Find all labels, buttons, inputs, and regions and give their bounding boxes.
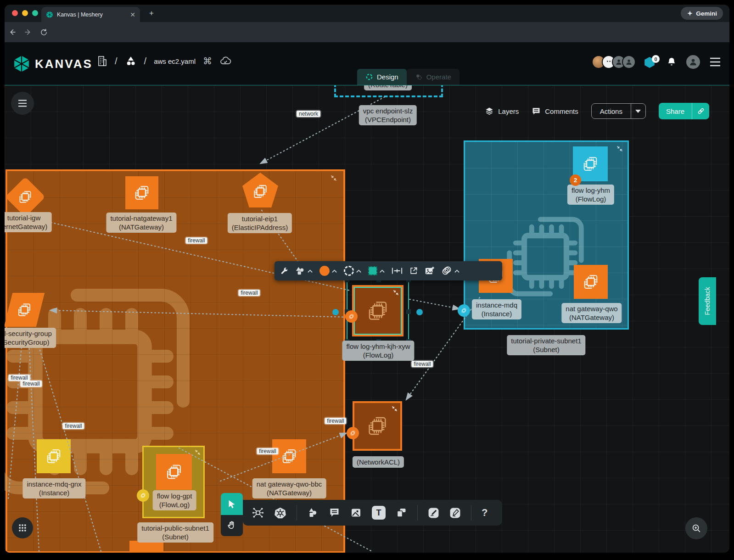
node-natgateway-bbc[interactable] (272, 439, 306, 473)
canvas-menu-button[interactable] (11, 92, 34, 115)
new-tab-button[interactable]: + (146, 9, 157, 18)
comments-label: Comments (545, 107, 578, 115)
resize-handle[interactable] (406, 309, 411, 314)
node-natgateway1[interactable] (125, 176, 158, 209)
workspace-shapes-icon[interactable] (125, 55, 137, 67)
user-avatar[interactable] (685, 54, 701, 70)
shapes-tool-group[interactable] (295, 266, 313, 275)
public-subnet-label[interactable]: tutorial-public-subnet1(Subnet) (137, 522, 213, 543)
open-external-icon[interactable] (409, 266, 418, 275)
gemini-button[interactable]: Gemini (681, 7, 723, 20)
cloud-sync-icon[interactable] (219, 55, 231, 67)
actions-button[interactable]: Actions (592, 104, 631, 118)
share-link-button[interactable] (692, 103, 709, 119)
collapse-icon[interactable] (195, 449, 201, 455)
forward-button[interactable] (20, 28, 36, 36)
actions-dropdown-button[interactable] (631, 104, 645, 118)
selection-frame[interactable] (347, 280, 409, 342)
instance-mdq-label[interactable]: instance-mdq(Instance) (472, 299, 521, 319)
fill-color-tool-group[interactable] (319, 266, 337, 276)
minimize-window-button[interactable] (22, 10, 28, 16)
shapes-tool[interactable] (307, 507, 319, 518)
instance-gnx-label[interactable]: instance-mdq-gnx(Instance) (22, 478, 85, 498)
chip-icon (349, 430, 356, 437)
security-group-label[interactable]: al-security-groupSecurityGroup) (5, 328, 56, 348)
gemini-star-icon (687, 10, 693, 17)
eip1-label[interactable]: tutorial-eip1(ElasticIPAddress) (228, 213, 292, 233)
node-instance-gnx[interactable] (37, 439, 71, 473)
chevron-up-icon (307, 269, 313, 273)
command-palette-icon[interactable]: ⌘ (203, 56, 212, 67)
flowlog-yhm-count-badge[interactable]: 2 (570, 174, 581, 186)
comments-button[interactable]: Comments (532, 106, 578, 116)
tab-design[interactable]: Design (357, 69, 407, 85)
network-acl-badge[interactable] (347, 427, 359, 439)
flowlog-yhm-label[interactable]: flow log-yhm(FlowLog) (567, 185, 614, 205)
notifications-bell-icon[interactable] (666, 56, 677, 67)
tab-close-icon[interactable]: ✕ (130, 11, 135, 18)
flowlog-gpt-badge[interactable] (137, 489, 149, 502)
collapse-icon[interactable] (331, 175, 337, 181)
organization-icon[interactable] (96, 55, 107, 67)
zoom-window-button[interactable] (32, 10, 38, 16)
collaborator-avatar[interactable] (622, 55, 636, 69)
border-style-tool-group[interactable] (344, 266, 362, 276)
reload-button[interactable] (36, 28, 51, 36)
app-menu-icon[interactable] (709, 57, 721, 67)
node-natgateway-qwo[interactable] (574, 265, 608, 299)
pan-tool[interactable] (221, 515, 243, 536)
text-tool[interactable]: T (372, 506, 386, 520)
annotate-pen-tool[interactable] (428, 507, 439, 519)
panels-tool[interactable] (396, 507, 407, 518)
flowlog-gpt-label[interactable]: flow log-gpt(FlowLog) (153, 490, 196, 510)
back-button[interactable] (5, 28, 20, 36)
share-button[interactable]: Share (659, 103, 692, 119)
flowlog-kjh-badge[interactable] (345, 310, 358, 323)
node-network-acl[interactable] (353, 401, 402, 451)
edge-label-network: network (297, 111, 320, 117)
collab-session-badge[interactable]: 0 (644, 56, 658, 68)
layer-order-tool-group[interactable] (441, 266, 460, 275)
collaborator-avatars[interactable] (595, 55, 636, 69)
igw-label[interactable]: tutorial-igwternetGateway) (5, 212, 51, 232)
edge-connect-dot[interactable] (332, 309, 339, 315)
comment-tool[interactable] (329, 507, 340, 518)
zoom-button[interactable] (685, 517, 707, 539)
natgateway-bbc-label[interactable]: nat gateway-qwo-bbc(NATGateway) (252, 478, 326, 498)
kanvas-logo[interactable]: KANVAS (13, 55, 93, 73)
layers-button[interactable]: Layers (485, 106, 519, 116)
tab-operate[interactable]: Operate (407, 69, 459, 85)
natgateway-qwo-label[interactable]: nat gateway-qwo(NATGateway) (561, 303, 622, 323)
node-flowlog-gpt[interactable] (156, 454, 192, 490)
private-subnet-badge[interactable] (458, 304, 470, 317)
collapse-icon[interactable] (392, 406, 398, 412)
browser-tab[interactable]: Kanvas | Meshery ✕ (41, 7, 140, 22)
kubernetes-tool[interactable] (274, 507, 286, 519)
shade-tool-group[interactable] (368, 266, 385, 275)
edge-label-firewall: firewall (62, 423, 84, 429)
chip-icon (279, 446, 300, 467)
window-controls[interactable] (12, 10, 38, 16)
feedback-tab[interactable]: Feedback (699, 277, 716, 325)
design-canvas[interactable]: (RouteTable) vpc endpoint-slz(VPCEndpoin… (5, 85, 729, 553)
routetable-label[interactable]: (RouteTable) (364, 85, 412, 90)
add-image-icon[interactable] (425, 266, 435, 275)
vpc-endpoint-label[interactable]: vpc endpoint-slz(VPCEndpoint) (359, 105, 417, 125)
natgateway1-label[interactable]: tutorial-natgateway1(NATGateway) (106, 213, 176, 233)
teal-square-swatch (368, 266, 377, 275)
dock-apps-button[interactable] (12, 517, 33, 538)
edge-connect-dot[interactable] (416, 309, 423, 315)
network-acl-label[interactable]: (NetworkACL) (353, 456, 404, 468)
components-tool[interactable] (252, 507, 264, 519)
design-filename[interactable]: aws ec2.yaml (154, 57, 196, 65)
resize-width-icon[interactable] (392, 267, 403, 275)
freehand-draw-tool[interactable] (449, 507, 461, 519)
collapse-icon[interactable] (616, 146, 623, 152)
private-subnet-label[interactable]: tutorial-private-subnet1(Subnet) (507, 335, 585, 355)
help-tool[interactable]: ? (482, 507, 487, 519)
image-tool[interactable] (350, 507, 362, 518)
config-wrench-icon[interactable] (280, 267, 289, 275)
close-window-button[interactable] (12, 10, 18, 16)
flowlog-kjh-label[interactable]: flow log-yhm-kjh-xyw(FlowLog) (342, 341, 414, 361)
select-tool[interactable] (221, 493, 243, 515)
